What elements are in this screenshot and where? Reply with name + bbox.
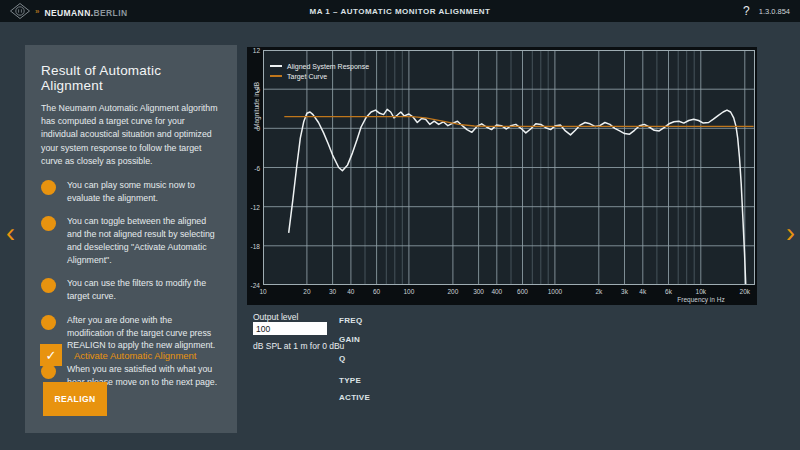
instruction-text: You can use the filters to modify the ta… xyxy=(67,277,221,303)
instruction-text: You can play some music now to evaluate … xyxy=(67,179,221,205)
x-tick-label: 40 xyxy=(338,288,364,295)
panel-intro: The Neumann Automatic Alignment algorith… xyxy=(41,102,221,168)
x-tick-label: 100 xyxy=(396,288,422,295)
y-tick-label: 12 xyxy=(247,47,260,54)
y-tick-label: -12 xyxy=(247,204,260,211)
help-icon[interactable]: ? xyxy=(743,4,750,18)
instruction-item: You can toggle between the aligned and t… xyxy=(41,215,221,266)
legend-entry: Aligned System Response xyxy=(270,61,369,71)
y-tick-label: -6 xyxy=(247,165,260,172)
legend-label: Aligned System Response xyxy=(287,63,369,70)
x-tick-label: 10k xyxy=(688,288,714,295)
y-tick-label: 0 xyxy=(247,125,260,132)
y-tick-label: -18 xyxy=(247,243,260,250)
x-tick-label: 20 xyxy=(294,288,320,295)
neumann-logo-icon xyxy=(10,3,30,19)
y-tick-label: 6 xyxy=(247,86,260,93)
x-axis-title: Frequency in Hz xyxy=(661,296,741,303)
version-label: 1.3.0.854 xyxy=(759,7,790,16)
x-tick-label: 600 xyxy=(510,288,536,295)
instruction-item: You can use the filters to modify the ta… xyxy=(41,277,221,303)
q-row-label: Q xyxy=(339,354,346,363)
activate-alignment-row: ✓ Activate Automatic Alignment xyxy=(40,344,197,366)
brand: » NEUMANN.BERLIN xyxy=(10,2,128,20)
brand-mark-icon: » xyxy=(35,7,39,16)
legend-entry: Target Curve xyxy=(270,71,369,81)
bullet-circle-icon xyxy=(41,278,56,293)
legend-line-swatch-icon xyxy=(270,65,282,67)
activate-alignment-label: Activate Automatic Alignment xyxy=(74,350,197,361)
panel-heading: Result of Automatic Alignment xyxy=(41,63,221,93)
freq-row-label: FREQ xyxy=(339,316,362,325)
x-tick-label: 60 xyxy=(364,288,390,295)
next-page-chevron-icon[interactable]: › xyxy=(786,219,795,247)
response-chart: Magnitude in dB Aligned System ResponseT… xyxy=(247,47,757,305)
legend-line-swatch-icon xyxy=(270,75,282,77)
x-tick-label: 4k xyxy=(630,288,656,295)
eq-controls: Output level dB SPL at 1 m for 0 dBu FRE… xyxy=(247,310,800,450)
y-axis-title: Magnitude in dB xyxy=(253,51,260,161)
bullet-circle-icon xyxy=(41,315,56,330)
brand-text: NEUMANN.BERLIN xyxy=(44,2,127,20)
x-tick-label: 10 xyxy=(250,288,276,295)
x-tick-label: 400 xyxy=(484,288,510,295)
instruction-item: You can play some music now to evaluate … xyxy=(41,179,221,205)
chart-plot-area[interactable] xyxy=(263,50,755,285)
gain-row-label: GAIN xyxy=(339,335,360,344)
output-level-input[interactable] xyxy=(253,322,327,335)
legend-label: Target Curve xyxy=(287,73,327,80)
active-row-label: ACTIVE xyxy=(339,393,370,402)
x-tick-label: 20k xyxy=(732,288,758,295)
check-icon: ✓ xyxy=(46,348,57,363)
bullet-circle-icon xyxy=(41,180,56,195)
prev-page-chevron-icon[interactable]: ‹ xyxy=(6,219,15,247)
bullet-circle-icon xyxy=(41,216,56,231)
x-tick-label: 1000 xyxy=(542,288,568,295)
top-bar: » NEUMANN.BERLIN MA 1 – AUTOMATIC MONITO… xyxy=(0,0,800,22)
chart-legend: Aligned System ResponseTarget Curve xyxy=(270,61,369,81)
realign-button[interactable]: REALIGN xyxy=(43,382,107,416)
activate-alignment-checkbox[interactable]: ✓ xyxy=(40,344,62,366)
instruction-text: You can toggle between the aligned and t… xyxy=(67,215,221,266)
x-tick-label: 200 xyxy=(440,288,466,295)
output-level-unit-label: dB SPL at 1 m for 0 dBu xyxy=(253,341,344,351)
bullet-circle-icon xyxy=(41,364,56,379)
result-panel: Result of Automatic Alignment The Neuman… xyxy=(25,45,237,433)
output-level-label: Output level xyxy=(253,312,298,322)
x-tick-label: 2k xyxy=(586,288,612,295)
x-tick-label: 6k xyxy=(655,288,681,295)
type-row-label: TYPE xyxy=(339,376,361,385)
